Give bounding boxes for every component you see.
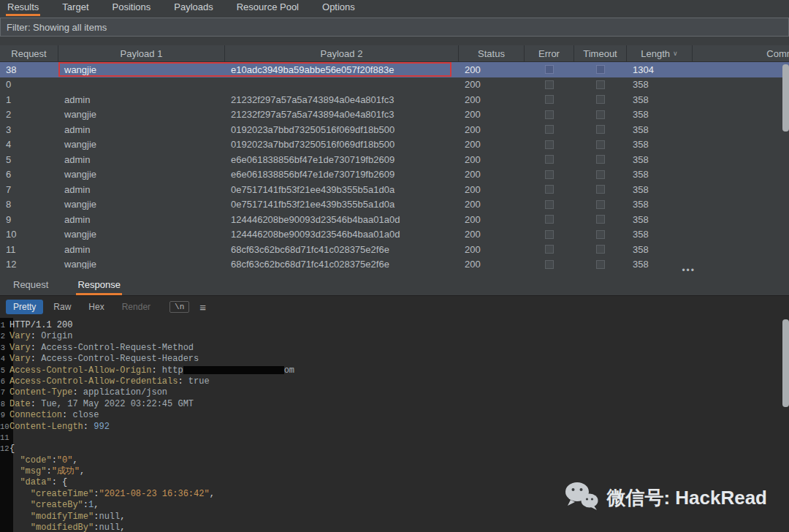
- cell-timeout: [574, 227, 627, 243]
- error-checkbox[interactable]: [545, 230, 554, 239]
- timeout-checkbox[interactable]: [596, 110, 605, 119]
- response-text-segment: :: [62, 410, 72, 420]
- tab-target[interactable]: Target: [61, 0, 90, 16]
- table-row[interactable]: 3admin0192023a7bbd73250516f069df18b50020…: [0, 122, 789, 137]
- splitter-handle-icon[interactable]: •••: [682, 265, 695, 276]
- table-row[interactable]: 0200358: [0, 77, 789, 93]
- tab-payloads[interactable]: Payloads: [172, 0, 214, 16]
- timeout-checkbox[interactable]: [596, 125, 605, 134]
- error-checkbox[interactable]: [545, 125, 554, 134]
- cell-error: [525, 227, 574, 243]
- table-row[interactable]: 12wangjie68cf63c62bc68d71fc41c028375e2f6…: [0, 257, 789, 270]
- timeout-checkbox[interactable]: [596, 170, 605, 179]
- error-checkbox[interactable]: [545, 200, 554, 209]
- response-text-segment: :: [31, 331, 41, 341]
- table-row[interactable]: 4wangjie0192023a7bbd73250516f069df18b500…: [0, 137, 789, 153]
- error-checkbox[interactable]: [545, 260, 554, 269]
- column-header-payload-1[interactable]: Payload 1: [58, 45, 225, 61]
- cell-status: 200: [459, 62, 525, 77]
- timeout-checkbox[interactable]: [596, 80, 605, 89]
- tab-positions[interactable]: Positions: [111, 0, 153, 16]
- view-mode-raw[interactable]: Raw: [46, 300, 78, 314]
- table-row[interactable]: 5admine6e061838856bf47e1de730719fb260920…: [0, 152, 789, 167]
- response-text-segment: "modifyTime": [31, 512, 94, 522]
- cell-request: 7: [0, 182, 58, 197]
- table-row[interactable]: 10wangjie124446208be90093d23546b4baa01a0…: [0, 227, 789, 243]
- cell-comment: [693, 122, 789, 137]
- response-text-segment: Date: [9, 399, 31, 409]
- table-row[interactable]: 2wangjie21232f297a57a5a743894a0e4a801fc3…: [0, 107, 789, 123]
- cell-request: 2: [0, 107, 58, 123]
- column-header-comment[interactable]: Comment: [693, 45, 789, 61]
- cell-payload1: wangjie: [58, 257, 225, 270]
- timeout-checkbox[interactable]: [596, 230, 605, 239]
- response-text-segment: [9, 489, 31, 499]
- panel-splitter[interactable]: •••: [0, 269, 789, 276]
- editor-tab-request[interactable]: Request: [12, 276, 50, 295]
- response-text-segment: null: [99, 522, 120, 532]
- hamburger-menu-icon[interactable]: ≡: [199, 301, 206, 314]
- cell-payload2: [225, 77, 459, 93]
- error-checkbox[interactable]: [545, 185, 554, 194]
- timeout-checkbox[interactable]: [596, 140, 605, 149]
- table-row[interactable]: 8wangjie0e7517141fb53f21ee439b355b5a1d0a…: [0, 197, 789, 213]
- timeout-checkbox[interactable]: [596, 95, 605, 104]
- table-scrollbar-thumb[interactable]: [782, 64, 789, 132]
- cell-error: [525, 242, 574, 257]
- error-checkbox[interactable]: [545, 170, 554, 179]
- error-checkbox[interactable]: [545, 65, 554, 74]
- column-header-payload-2[interactable]: Payload 2: [225, 45, 459, 61]
- timeout-checkbox[interactable]: [596, 260, 605, 269]
- error-checkbox[interactable]: [545, 155, 554, 164]
- cell-timeout: [574, 122, 627, 137]
- editor-tab-response[interactable]: Response: [76, 276, 122, 295]
- error-checkbox[interactable]: [545, 140, 554, 149]
- view-mode-hex[interactable]: Hex: [81, 300, 111, 314]
- wrap-toggle-button[interactable]: \n: [169, 301, 189, 313]
- column-header-length[interactable]: Length∨: [627, 45, 693, 61]
- sort-indicator-icon: ∨: [673, 50, 678, 57]
- response-text-segment: : {: [52, 477, 68, 487]
- results-table-header: RequestPayload 1Payload 2StatusErrorTime…: [0, 45, 789, 62]
- cell-length: 358: [627, 242, 693, 257]
- table-row[interactable]: 1admin21232f297a57a5a743894a0e4a801fc320…: [0, 92, 789, 107]
- column-header-timeout[interactable]: Timeout: [574, 45, 627, 61]
- column-header-status[interactable]: Status: [459, 45, 525, 61]
- error-checkbox[interactable]: [545, 95, 554, 104]
- error-checkbox[interactable]: [545, 245, 554, 254]
- timeout-checkbox[interactable]: [596, 65, 605, 74]
- cell-payload2: 0192023a7bbd73250516f069df18b500: [225, 137, 459, 153]
- column-header-request[interactable]: Request: [0, 45, 58, 61]
- cell-payload1: [58, 77, 225, 93]
- timeout-checkbox[interactable]: [596, 185, 605, 194]
- table-row[interactable]: 11admin68cf63c62bc68d71fc41c028375e2f6e2…: [0, 242, 789, 257]
- table-row[interactable]: 9admin124446208be90093d23546b4baa01a0d20…: [0, 212, 789, 227]
- cell-status: 200: [459, 197, 525, 213]
- view-mode-pretty[interactable]: Pretty: [6, 300, 43, 314]
- response-scrollbar-thumb[interactable]: [782, 319, 789, 407]
- table-row[interactable]: 6wangjiee6e061838856bf47e1de730719fb2609…: [0, 167, 789, 183]
- response-line: "code":"0",: [0, 455, 789, 466]
- cell-comment: [693, 62, 789, 77]
- tab-resource-pool[interactable]: Resource Pool: [235, 0, 300, 16]
- cell-comment: [693, 107, 789, 123]
- error-checkbox[interactable]: [545, 80, 554, 89]
- tab-options[interactable]: Options: [321, 0, 357, 16]
- timeout-checkbox[interactable]: [596, 155, 605, 164]
- response-text-segment: :: [31, 343, 41, 353]
- column-header-error[interactable]: Error: [525, 45, 574, 61]
- response-line: 7Content-Type: application/json: [0, 387, 789, 398]
- timeout-checkbox[interactable]: [596, 245, 605, 254]
- filter-bar[interactable]: Filter: Showing all items: [0, 18, 789, 37]
- cell-request: 3: [0, 122, 58, 137]
- table-row[interactable]: 7admin0e7517141fb53f21ee439b355b5a1d0a20…: [0, 182, 789, 197]
- error-checkbox[interactable]: [545, 215, 554, 224]
- timeout-checkbox[interactable]: [596, 215, 605, 224]
- cell-status: 200: [459, 242, 525, 257]
- cell-request: 6: [0, 167, 58, 183]
- table-row[interactable]: 38wangjiee10adc3949ba59abbe56e057f20f883…: [0, 62, 789, 77]
- timeout-checkbox[interactable]: [596, 200, 605, 209]
- tab-results[interactable]: Results: [6, 0, 40, 16]
- line-number: 7: [0, 387, 9, 398]
- error-checkbox[interactable]: [545, 110, 554, 119]
